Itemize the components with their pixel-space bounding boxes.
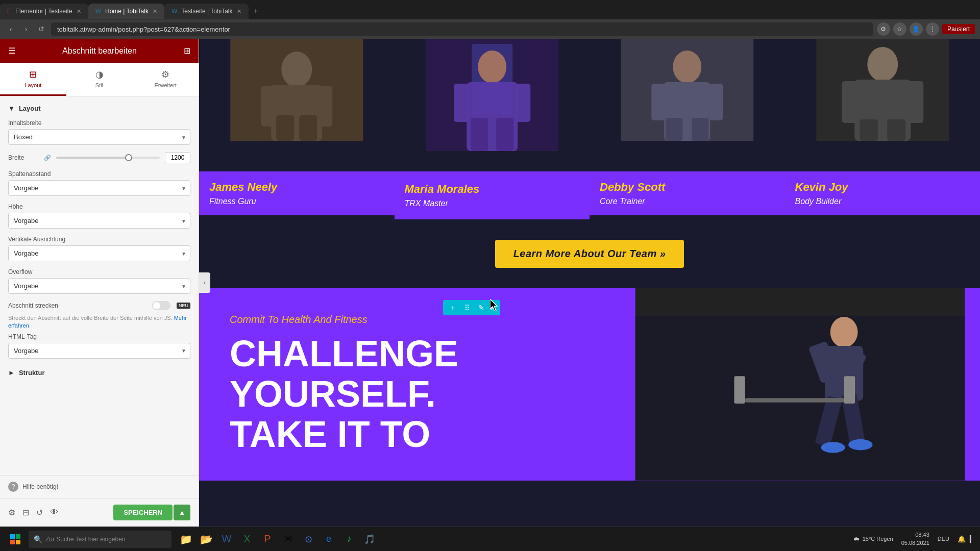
taskbar-app-word[interactable]: W <box>217 530 236 548</box>
html-tag-select[interactable]: Vorgabe <box>8 343 190 359</box>
svg-rect-21 <box>692 118 708 141</box>
sidebar-collapse-button[interactable]: ‹ <box>199 272 210 293</box>
tab-close-elementor[interactable]: ✕ <box>77 8 81 15</box>
breite-slider-thumb[interactable] <box>125 154 132 161</box>
toolbar-edit-icon[interactable]: ✎ <box>476 302 487 313</box>
svg-rect-25 <box>842 81 858 123</box>
grid-icon[interactable]: ⊞ <box>184 46 190 56</box>
start-button[interactable] <box>5 529 26 549</box>
taskbar-app-mail[interactable]: ✉ <box>279 530 297 548</box>
taskbar-app-chrome[interactable]: ⊙ <box>299 530 317 548</box>
james-name: James Neely <box>209 181 384 194</box>
abschnitt-strecken-label: Abschnitt strecken <box>8 302 58 309</box>
tab-close-testseite[interactable]: ✕ <box>237 8 241 15</box>
preview-footer-icon[interactable]: 👁 <box>50 508 58 517</box>
svg-point-23 <box>867 47 898 82</box>
taskbar-app-ppt[interactable]: P <box>258 530 277 548</box>
help-text: Hilfe benötigt <box>22 483 58 490</box>
overflow-select[interactable]: Vorgabe <box>8 278 190 294</box>
taskbar-app-files[interactable]: 📂 <box>197 530 215 548</box>
layout-section-header[interactable]: ▼ Layout <box>8 105 190 112</box>
debby-image <box>590 39 785 171</box>
profile-button[interactable]: Pausiert <box>942 24 975 34</box>
content-area: James Neely Fitness Guru <box>199 39 980 527</box>
tab-testseite[interactable]: W Testseite | TobiTalk ✕ <box>164 4 249 19</box>
layout-section-title: Layout <box>19 105 41 112</box>
tab-favicon-home: W <box>95 8 101 15</box>
layers-footer-icon[interactable]: ⊟ <box>22 508 29 517</box>
breite-link-icon: 🔗 <box>44 155 51 161</box>
tab-layout[interactable]: ⊞ Layout <box>0 63 66 96</box>
browser-chrome: E Elementor | Testseite ✕ W Home | TobiT… <box>0 0 980 39</box>
spaltenabstand-select[interactable]: Vorgabe <box>8 180 190 196</box>
sidebar-content: ▼ Layout Inhaltsbreite Boxed ▼ Breite <box>0 96 199 475</box>
svg-rect-46 <box>16 540 20 544</box>
svg-rect-45 <box>10 540 15 544</box>
save-arrow-button[interactable]: ▲ <box>174 505 190 520</box>
tab-close-home[interactable]: ✕ <box>153 8 157 15</box>
address-bar[interactable]: tobitalk.at/wp-admin/post.php?post=627&a… <box>51 22 873 36</box>
settings-footer-icon[interactable]: ⚙ <box>8 508 15 517</box>
html-tag-row: HTML-Tag Vorgabe ▼ <box>8 333 190 359</box>
taskbar-app-spotify[interactable]: ♪ <box>340 530 358 548</box>
reload-button[interactable]: ↺ <box>36 23 47 35</box>
tab-stil[interactable]: ◑ Stil <box>66 63 133 96</box>
toolbar-close-icon[interactable]: ✕ <box>490 304 496 312</box>
layout-section: ▼ Layout Inhaltsbreite Boxed ▼ Breite <box>8 105 190 359</box>
settings-button[interactable]: ⋮ <box>926 22 939 36</box>
history-footer-icon[interactable]: ↺ <box>36 508 43 517</box>
show-desktop-icon[interactable]: ▎ <box>970 535 975 543</box>
taskbar-sys-icons: 🌧 15°C Regen <box>853 535 893 543</box>
sidebar: ☰ Abschnitt bearbeiten ⊞ ⊞ Layout ◑ Stil… <box>0 39 199 527</box>
taskbar-search[interactable]: 🔍 Zur Suche Text hier eingeben <box>29 531 172 548</box>
abschnitt-strecken-toggle[interactable] <box>152 301 170 310</box>
overflow-label: Overflow <box>8 268 190 276</box>
taskbar-app-excel[interactable]: X <box>238 530 256 548</box>
hoehe-row: Höhe Vorgabe ▼ <box>8 203 190 229</box>
learn-more-button[interactable]: Learn More About Our Team » <box>495 240 684 268</box>
toolbar-add-icon[interactable]: + <box>447 302 458 313</box>
kevin-role: Body Builder <box>795 197 970 206</box>
new-tab-button[interactable]: + <box>249 5 263 18</box>
hamburger-icon[interactable]: ☰ <box>8 46 15 56</box>
tab-erweitert[interactable]: ⚙ Erweitert <box>132 63 199 96</box>
svg-rect-26 <box>907 81 923 123</box>
inhaltsbreite-label: Inhaltsbreite <box>8 119 190 127</box>
toolbar-move-icon[interactable]: ⠿ <box>461 302 473 313</box>
challenge-title-line3: TAKE IT TO <box>230 414 590 455</box>
save-button[interactable]: SPEICHERN <box>113 505 173 520</box>
sidebar-header-left-icons: ☰ <box>8 46 15 56</box>
challenge-title-line2: YOURSELF. <box>230 374 590 414</box>
bookmark-button[interactable]: ☆ <box>893 22 906 36</box>
clock-date: 05.08.2021 <box>901 539 929 547</box>
taskbar-app-edge[interactable]: e <box>320 530 338 548</box>
inhaltsbreite-select[interactable]: Boxed <box>8 129 190 145</box>
weather-icon: 🌧 <box>853 535 860 543</box>
back-button[interactable]: ‹ <box>5 23 16 35</box>
forward-button[interactable]: › <box>20 23 32 35</box>
vertikale-ausrichtung-select[interactable]: Vorgabe <box>8 245 190 261</box>
taskbar-app-music[interactable]: 🎵 <box>360 530 379 548</box>
hoehe-label: Höhe <box>8 203 190 210</box>
spaltenabstand-label: Spaltenabstand <box>8 170 190 178</box>
taskbar-app-explorer[interactable]: 📁 <box>177 530 195 548</box>
extensions-button[interactable]: ⚙ <box>877 22 890 36</box>
svg-rect-20 <box>666 118 682 141</box>
hoehe-select[interactable]: Vorgabe <box>8 213 190 229</box>
struktur-section-title: Struktur <box>19 369 45 377</box>
help-icon[interactable]: ? <box>8 482 18 492</box>
svg-rect-6 <box>299 115 317 141</box>
breite-slider-track[interactable] <box>56 157 160 159</box>
save-group: SPEICHERN ▲ <box>113 505 190 520</box>
tab-elementor[interactable]: E Elementor | Testseite ✕ <box>0 4 88 19</box>
james-role: Fitness Guru <box>209 197 384 206</box>
notification-icon[interactable]: 🔔 <box>958 535 966 543</box>
account-button[interactable]: 👤 <box>910 22 923 36</box>
maria-image <box>395 39 590 171</box>
new-badge: NEU <box>177 303 190 309</box>
tab-home[interactable]: W Home | TobiTalk ✕ <box>88 4 164 19</box>
svg-rect-3 <box>261 86 276 127</box>
breite-input[interactable]: 1200 <box>165 152 190 163</box>
struktur-section-header[interactable]: ► Struktur <box>8 369 190 377</box>
html-tag-label: HTML-Tag <box>8 333 190 340</box>
